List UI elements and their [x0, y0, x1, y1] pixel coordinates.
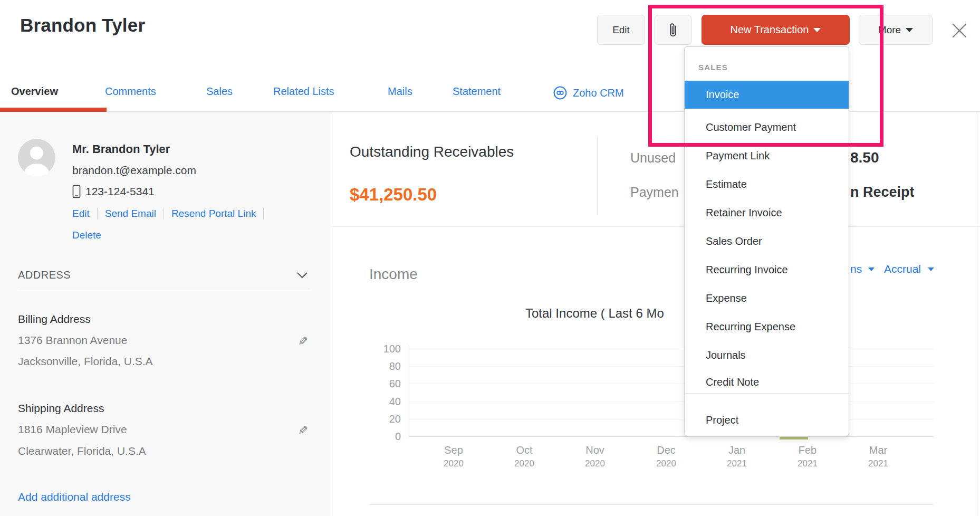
- zoho-crm-icon: [553, 85, 568, 100]
- paperclip-icon: [666, 22, 680, 38]
- caret-down-icon: [868, 267, 875, 271]
- x-tick-label: Feb2021: [786, 444, 829, 469]
- shipping-address-line1: 1816 Mapleview Drive: [18, 423, 127, 436]
- outstanding-receivables-label: Outstanding Receivables: [350, 144, 514, 160]
- separator: [97, 208, 98, 219]
- more-button-label: More: [878, 24, 901, 36]
- y-axis-line: [409, 346, 409, 436]
- contact-phone: 123-124-5341: [72, 185, 155, 198]
- chevron-down-icon[interactable]: [295, 269, 309, 281]
- x-tick-label: Dec2020: [645, 444, 687, 469]
- menu-item-customer-payment[interactable]: Customer Payment: [685, 113, 849, 141]
- x-tick-label: Mar2021: [857, 444, 899, 469]
- unused-credits-value-fragment: 8.50: [850, 149, 879, 166]
- gridline: [409, 402, 934, 402]
- resend-portal-link[interactable]: Resend Portal Link: [171, 208, 256, 219]
- shipping-address-line2: Clearwater, Florida, U.S.A: [18, 445, 146, 457]
- separator: [164, 208, 164, 219]
- tab-overview[interactable]: Overview: [11, 85, 58, 98]
- y-tick-label: 40: [369, 396, 401, 408]
- menu-item-recurring-invoice[interactable]: Recurring Invoice: [685, 255, 849, 284]
- x-tick-label: Nov2020: [574, 444, 616, 469]
- y-tick-label: 80: [369, 360, 401, 372]
- period-filter-label-fragment: ns: [850, 263, 862, 275]
- address-section-label: ADDRESS: [18, 269, 71, 281]
- new-transaction-label: New Transaction: [731, 24, 809, 36]
- menu-item-retainer-invoice[interactable]: Retainer Invoice: [685, 198, 849, 227]
- shipping-address-label: Shipping Address: [18, 402, 104, 415]
- divider: [977, 112, 977, 516]
- payment-terms-label-fragment: Paymen: [630, 185, 679, 200]
- caret-down-icon: [813, 28, 821, 32]
- mobile-phone-icon: [72, 185, 81, 198]
- contact-email: brandon.t@example.com: [72, 164, 196, 177]
- attachment-button[interactable]: [655, 15, 691, 45]
- billing-address-line2: Jacksonville, Florida, U.S.A: [18, 355, 153, 368]
- tab-sales[interactable]: Sales: [206, 85, 233, 98]
- period-filter-dropdown[interactable]: ns: [850, 263, 875, 275]
- menu-item-project[interactable]: Project: [685, 406, 849, 434]
- edit-shipping-address-icon[interactable]: ✎: [298, 424, 308, 438]
- menu-item-expense[interactable]: Expense: [685, 284, 849, 312]
- y-tick-label: 100: [369, 343, 401, 355]
- tab-mails[interactable]: Mails: [388, 85, 412, 98]
- delete-link[interactable]: Delete: [72, 230, 101, 241]
- divider: [18, 290, 310, 290]
- tab-zoho-crm[interactable]: Zoho CRM: [553, 85, 624, 100]
- tab-related-lists[interactable]: Related Lists: [273, 85, 334, 98]
- x-tick-label: Jan2021: [716, 444, 758, 469]
- close-icon[interactable]: [950, 21, 969, 40]
- edit-button[interactable]: Edit: [597, 15, 645, 45]
- outstanding-receivables-amount: $41,250.50: [350, 185, 437, 205]
- payment-terms-value-fragment: n Receipt: [850, 184, 915, 200]
- y-tick-label: 0: [369, 431, 401, 443]
- x-axis-line: [409, 436, 934, 437]
- menu-item-payment-link[interactable]: Payment Link: [685, 141, 849, 170]
- billing-address-label: Billing Address: [18, 313, 91, 326]
- contact-actions: Edit Send Email Resend Portal Link: [72, 208, 271, 219]
- menu-item-invoice[interactable]: Invoice: [685, 81, 849, 109]
- caret-down-icon: [906, 28, 913, 32]
- new-transaction-button[interactable]: New Transaction: [702, 15, 850, 45]
- more-button[interactable]: More: [859, 15, 933, 45]
- chart-title: Total Income ( Last 6 Mo: [525, 306, 684, 321]
- menu-item-journals[interactable]: Journals: [685, 341, 849, 369]
- edit-button-label: Edit: [612, 24, 630, 36]
- menu-divider: [685, 393, 849, 394]
- accounting-basis-dropdown[interactable]: Accrual: [884, 263, 934, 275]
- page-title: Brandon Tyler: [20, 15, 145, 36]
- menu-item-sales-order[interactable]: Sales Order: [685, 227, 849, 255]
- gridline: [409, 366, 934, 367]
- x-tick-label: Oct2020: [503, 444, 545, 469]
- edit-billing-address-icon[interactable]: ✎: [298, 335, 308, 349]
- contact-edit-link[interactable]: Edit: [72, 208, 90, 219]
- billing-address-line1: 1376 Brannon Avenue: [18, 334, 127, 347]
- menu-item-recurring-expense[interactable]: Recurring Expense: [685, 312, 849, 341]
- separator: [263, 208, 264, 219]
- menu-item-estimate[interactable]: Estimate: [685, 170, 849, 198]
- add-additional-address-link[interactable]: Add additional address: [18, 491, 131, 503]
- contact-phone-number: 123-124-5341: [85, 185, 155, 198]
- active-tab-underline: [0, 108, 107, 112]
- tab-comments[interactable]: Comments: [105, 85, 156, 98]
- divider: [331, 226, 980, 227]
- customer-details-page: Brandon Tyler Edit New Transaction More …: [0, 0, 980, 516]
- new-transaction-menu: SALES Invoice Customer Payment Payment L…: [684, 46, 849, 437]
- menu-item-credit-note[interactable]: Credit Note: [685, 368, 849, 396]
- contact-name: Mr. Brandon Tyler: [72, 142, 170, 156]
- y-tick-label: 60: [369, 378, 401, 390]
- accounting-basis-label: Accrual: [884, 263, 921, 275]
- income-heading: Income: [369, 266, 418, 283]
- tab-statement[interactable]: Statement: [453, 85, 501, 98]
- caret-down-icon: [928, 267, 934, 271]
- unused-credits-label-fragment: Unused: [630, 150, 676, 166]
- gridline: [409, 349, 934, 349]
- tab-zoho-crm-label: Zoho CRM: [573, 87, 624, 99]
- gridline: [409, 384, 934, 384]
- send-email-link[interactable]: Send Email: [105, 208, 156, 219]
- x-tick-label: Sep2020: [433, 444, 475, 469]
- divider: [369, 504, 934, 505]
- gridline: [409, 419, 934, 419]
- divider: [597, 136, 598, 215]
- avatar: [18, 139, 55, 176]
